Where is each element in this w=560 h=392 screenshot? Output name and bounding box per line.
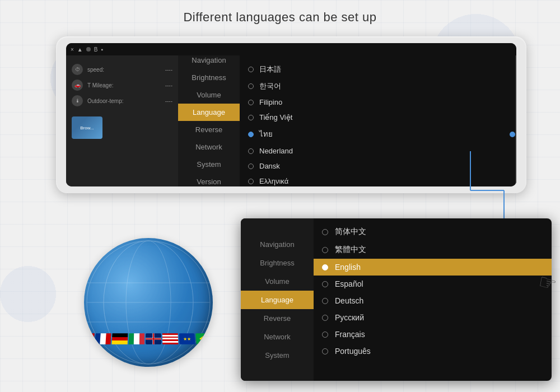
popup-language-list: 简体中文 繁體中文 English Español Deutsch Русски…	[314, 218, 552, 381]
mileage-label: T Mileage:	[87, 82, 114, 88]
popup-lang-label-chinese-traditional: 繁體中文	[335, 245, 366, 255]
popup-menu-network[interactable]: Network	[241, 328, 314, 346]
popup-radio-portuguese	[322, 348, 328, 354]
page-title: Different languages can be set up	[0, 0, 560, 31]
mileage-item: 🚗 T Mileage: ----	[72, 80, 172, 91]
popup-lang-label-portuguese: Português	[335, 347, 371, 356]
popup-lang-label-chinese-simplified: 简体中文	[335, 227, 366, 237]
menu-brightness[interactable]: Brightness	[178, 69, 240, 86]
popup-lang-spanish[interactable]: Español	[314, 276, 552, 292]
popup-menu-volume[interactable]: Volume	[241, 272, 314, 291]
lang-radio-thai	[248, 132, 254, 137]
flag-spain	[212, 333, 213, 344]
battery-icon	[86, 47, 91, 52]
lang-label-thai: ไทย	[259, 128, 273, 140]
speed-item: ⏱ speed: ----	[72, 64, 172, 75]
temp-value: ----	[165, 98, 172, 104]
menu-language[interactable]: Language	[178, 104, 240, 121]
globe-sphere: 🍁	[84, 238, 213, 367]
mileage-icon: 🚗	[72, 80, 83, 91]
close-icon: ×	[71, 46, 74, 53]
lang-danish[interactable]: Dansk	[240, 158, 516, 174]
flag-brazil	[195, 333, 212, 344]
flag-germany	[111, 333, 128, 344]
lang-dutch[interactable]: Nederland	[240, 143, 516, 158]
speed-value: ----	[165, 67, 172, 73]
mileage-value: ----	[165, 82, 172, 88]
lang-radio-vietnamese	[248, 115, 254, 120]
popup-radio-french	[322, 332, 328, 338]
popup-lang-chinese-simplified[interactable]: 简体中文	[314, 223, 552, 241]
popup-lang-russian[interactable]: Русский	[314, 309, 552, 326]
temp-label: Outdoor-temp:	[87, 98, 123, 104]
popup-lang-label-spanish: Español	[335, 279, 363, 288]
top-language-list: 日本語 한국어 Filipino Tiếng Việt ไทย	[240, 55, 516, 186]
lang-japanese[interactable]: 日本語	[240, 61, 516, 78]
popup-radio-english	[322, 264, 328, 270]
top-device: × ▲ B ▪ ⏱ speed: ---- 🚗 T Mileage: ----	[56, 36, 526, 193]
popup-lang-portuguese[interactable]: Português	[314, 343, 552, 360]
browser-thumbnail: Brow...	[72, 116, 102, 139]
popup-radio-german	[322, 298, 328, 304]
top-menu: Navigation Brightness Volume Language Re…	[178, 55, 240, 186]
popup-lang-label-french: Français	[335, 330, 365, 339]
menu-network[interactable]: Network	[178, 138, 240, 156]
flag-france	[95, 333, 111, 344]
divider-right	[515, 55, 516, 186]
device-screen: × ▲ B ▪ ⏱ speed: ---- 🚗 T Mileage: ----	[66, 43, 516, 186]
popup-menu-brightness[interactable]: Brightness	[241, 254, 314, 272]
popup-menu-system[interactable]: System	[241, 346, 314, 365]
lang-label-greek: Ελληνικά	[259, 177, 288, 185]
flag-canada: 🍁	[84, 333, 95, 344]
flag-usa	[162, 333, 179, 344]
popup-menu-navigation[interactable]: Navigation	[241, 235, 314, 254]
temp-icon: 🌡	[72, 95, 83, 106]
menu-reverse[interactable]: Reverse	[178, 121, 240, 138]
lang-radio-japanese	[248, 67, 254, 72]
globe-container: 🍁	[73, 227, 224, 378]
popup-radio-chinese-simplified	[322, 229, 328, 235]
lang-radio-danish	[248, 164, 254, 169]
lang-radio-greek	[248, 179, 254, 184]
temp-item: 🌡 Outdoor-temp: ----	[72, 95, 172, 106]
popup-lang-chinese-traditional[interactable]: 繁體中文	[314, 241, 552, 259]
popup-lang-german[interactable]: Deutsch	[314, 292, 552, 309]
lang-label-danish: Dansk	[259, 162, 280, 170]
wifi-icon: ▲	[77, 46, 83, 53]
popup-lang-french[interactable]: Français	[314, 326, 552, 343]
popup-radio-russian	[322, 315, 328, 321]
lang-label-japanese: 日本語	[259, 64, 281, 74]
flag-italy	[129, 333, 144, 344]
lang-korean[interactable]: 한국어	[240, 78, 516, 95]
popup-menu-reverse[interactable]: Reverse	[241, 309, 314, 328]
popup-frame: Navigation Brightness Volume Language Re…	[241, 218, 552, 381]
status-bar: × ▲ B ▪	[66, 43, 516, 55]
lang-label-dutch: Nederland	[259, 147, 293, 155]
device-frame: × ▲ B ▪ ⏱ speed: ---- 🚗 T Mileage: ----	[56, 36, 526, 193]
popup-lang-label-german: Deutsch	[335, 296, 363, 305]
menu-version[interactable]: Version	[178, 173, 240, 186]
lang-radio-filipino	[248, 100, 254, 105]
bt-icon: B	[94, 46, 98, 53]
lang-radio-korean	[248, 83, 254, 89]
menu-volume[interactable]: Volume	[178, 86, 240, 104]
lang-label-vietnamese: Tiếng Việt	[259, 113, 292, 122]
lang-label-korean: 한국어	[259, 81, 281, 91]
popup-lang-label-russian: Русский	[335, 313, 364, 322]
lang-thai[interactable]: ไทย	[240, 125, 516, 143]
bottom-popup: Navigation Brightness Volume Language Re…	[241, 218, 552, 381]
flag-eu: ★★	[179, 333, 195, 344]
popup-menu-language[interactable]: Language	[241, 291, 314, 309]
lang-vietnamese[interactable]: Tiếng Việt	[240, 110, 516, 125]
popup-lang-label-english: English	[335, 263, 361, 272]
globe: 🍁	[84, 238, 213, 367]
dashboard-panel: ⏱ speed: ---- 🚗 T Mileage: ---- 🌡 Outdoo…	[66, 55, 178, 186]
vol-icon: ▪	[101, 46, 103, 53]
popup-menu: Navigation Brightness Volume Language Re…	[241, 218, 314, 381]
flags-belt: 🍁	[84, 323, 213, 356]
popup-lang-english[interactable]: English	[314, 259, 552, 276]
speed-label: speed:	[87, 67, 104, 73]
lang-filipino[interactable]: Filipino	[240, 95, 516, 110]
lang-greek[interactable]: Ελληνικά	[240, 174, 516, 186]
menu-system[interactable]: System	[178, 156, 240, 173]
